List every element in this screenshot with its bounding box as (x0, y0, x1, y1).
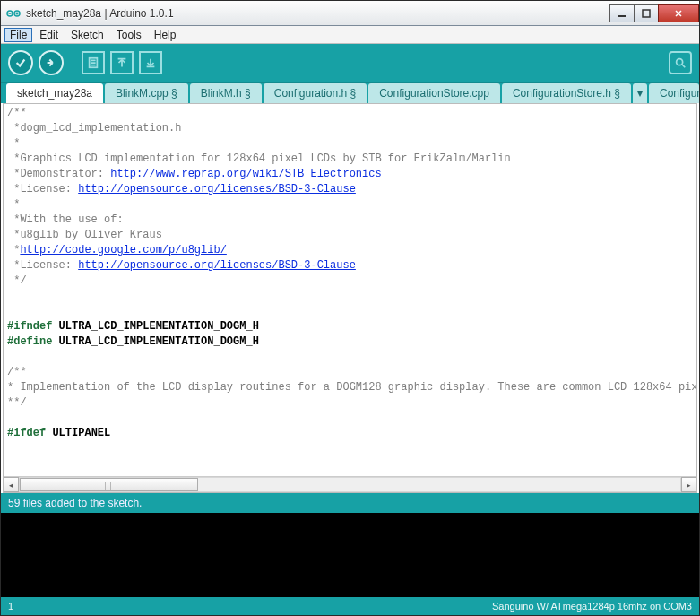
svg-rect-6 (643, 10, 650, 17)
menu-bar: File Edit Sketch Tools Help (1, 26, 699, 44)
svg-rect-5 (618, 15, 626, 17)
tab-configuration-h[interactable]: Configuration.h § (264, 83, 367, 103)
code-kw: #ifdef (7, 427, 46, 439)
title-bar: sketch_may28a | Arduino 1.0.1 (1, 1, 699, 26)
window-controls (610, 4, 699, 22)
window-title: sketch_may28a | Arduino 1.0.1 (26, 7, 174, 20)
app-window: sketch_may28a | Arduino 1.0.1 File Edit … (0, 0, 700, 616)
menu-sketch[interactable]: Sketch (65, 28, 109, 42)
code-line: *Demonstrator: (7, 168, 110, 180)
code-line: /** (7, 107, 27, 119)
verify-button[interactable] (8, 50, 33, 75)
tab-sketch[interactable]: sketch_may28a (6, 83, 103, 103)
code-kw: #ifndef (7, 320, 52, 333)
code-line: *Graphics LCD implementation for 128x64 … (7, 152, 511, 165)
horizontal-scrollbar[interactable]: ◂ ▸ (4, 476, 696, 492)
code-line: ULTRA_LCD_IMPLEMENTATION_DOGM_H (52, 335, 258, 348)
link-u8glib[interactable]: http://code.google.com/p/u8glib/ (20, 244, 226, 256)
code-kw: #define (7, 335, 52, 348)
scroll-right-arrow[interactable]: ▸ (681, 477, 696, 492)
tab-configurationstore-cpp[interactable]: ConfigurationStore.cpp (368, 83, 500, 103)
minimize-button[interactable] (609, 4, 635, 22)
arduino-app-icon (6, 6, 21, 21)
tab-configurationstore-h[interactable]: ConfigurationStore.h § (502, 83, 631, 103)
tab-configuration-partial[interactable]: Configuration (649, 83, 699, 103)
tab-strip: sketch_may28a BlinkM.cpp § BlinkM.h § Co… (1, 82, 699, 103)
scroll-thumb[interactable] (20, 478, 198, 491)
link-reprap[interactable]: http://www.reprap.org/wiki/STB_Electroni… (110, 168, 381, 180)
code-line: *License: (7, 183, 78, 195)
board-port-indicator: Sanguino W/ ATmega1284p 16mhz on COM3 (44, 601, 692, 612)
svg-point-8 (677, 59, 683, 65)
tab-overflow-button[interactable]: ▾ (633, 83, 647, 103)
code-line: * Implementation of the LCD display rout… (7, 381, 696, 394)
link-bsd-license-1[interactable]: http://opensource.org/licenses/BSD-3-Cla… (78, 183, 356, 195)
menu-help[interactable]: Help (149, 28, 182, 42)
link-bsd-license-2[interactable]: http://opensource.org/licenses/BSD-3-Cla… (78, 259, 356, 272)
code-line: *u8glib by Oliver Kraus (7, 229, 162, 241)
close-button[interactable] (658, 4, 699, 22)
status-bar: 59 files added to the sketch. (1, 493, 699, 513)
code-line: * (7, 244, 20, 256)
code-line: * (7, 198, 20, 211)
save-sketch-button[interactable] (139, 51, 162, 74)
code-editor[interactable]: /** *dogm_lcd_implementation.h * *Graphi… (4, 104, 696, 476)
scroll-track[interactable] (19, 477, 681, 492)
maximize-button[interactable] (634, 4, 659, 22)
code-line: */ (7, 274, 27, 287)
toolbar (1, 44, 699, 82)
code-line: **/ (7, 396, 27, 409)
upload-button[interactable] (39, 50, 64, 75)
tab-blinkm-h[interactable]: BlinkM.h § (190, 83, 262, 103)
menu-edit[interactable]: Edit (34, 28, 64, 42)
title-bar-left: sketch_may28a | Arduino 1.0.1 (1, 6, 610, 21)
console-output[interactable] (1, 513, 699, 597)
menu-tools[interactable]: Tools (111, 28, 147, 42)
open-sketch-button[interactable] (110, 51, 134, 74)
code-line: ULTIPANEL (46, 427, 110, 439)
bottom-bar: 1 Sanguino W/ ATmega1284p 16mhz on COM3 (1, 597, 699, 615)
code-line: *dogm_lcd_implementation.h (7, 122, 181, 134)
status-message: 59 files added to the sketch. (8, 497, 142, 509)
code-line: ULTRA_LCD_IMPLEMENTATION_DOGM_H (52, 320, 258, 333)
code-line: *With the use of: (7, 213, 124, 226)
new-sketch-button[interactable] (82, 51, 105, 74)
tab-blinkm-cpp[interactable]: BlinkM.cpp § (105, 83, 188, 103)
menu-file[interactable]: File (4, 28, 32, 42)
serial-monitor-button[interactable] (669, 51, 692, 74)
scroll-left-arrow[interactable]: ◂ (4, 477, 19, 492)
line-number-indicator: 1 (8, 601, 44, 612)
editor-area: /** *dogm_lcd_implementation.h * *Graphi… (3, 103, 697, 493)
code-line: *License: (7, 259, 78, 272)
code-line: * (7, 137, 20, 150)
code-line: /** (7, 366, 27, 378)
